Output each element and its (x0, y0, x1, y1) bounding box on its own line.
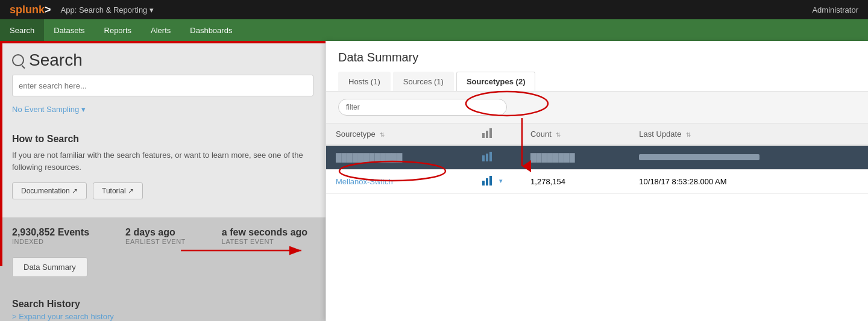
splunk-logo: splunk> (10, 4, 51, 16)
latest-value: a few seconds ago (222, 227, 307, 238)
dark-last-update (629, 145, 868, 170)
event-sampling-dropdown[interactable]: No Event Sampling ▾ (12, 105, 86, 114)
data-summary-button[interactable]: Data Summary (12, 257, 87, 277)
table-header: Sourcetype ⇅ Count ⇅ Last Update ⇅ (326, 123, 868, 145)
nav-item-datasets[interactable]: Datasets (44, 19, 94, 41)
data-summary-panel: Data Summary Hosts (1) Sources (1) Sourc… (326, 41, 868, 321)
earliest-label: EARLIEST EVENT (125, 238, 186, 245)
col-sourcetype[interactable]: Sourcetype ⇅ (326, 123, 473, 145)
svg-rect-5 (489, 128, 492, 138)
mellanox-sourcetype[interactable]: Mellanox-Switch (326, 170, 473, 194)
mellanox-bar[interactable]: ▾ (473, 170, 521, 194)
search-title-row: Search (0, 41, 326, 75)
tab-hosts[interactable]: Hosts (1) (338, 72, 391, 91)
tab-sourcetypes[interactable]: Sourcetypes (2) (456, 72, 536, 91)
nav-item-search[interactable]: Search (0, 19, 44, 41)
filter-input[interactable] (338, 99, 507, 116)
nav-item-dashboards[interactable]: Dashboards (180, 19, 242, 41)
how-to-search-section: How to Search If you are not familiar wi… (0, 119, 326, 209)
event-sampling-row[interactable]: No Event Sampling ▾ (0, 101, 326, 119)
tab-sources[interactable]: Sources (1) (393, 72, 454, 91)
bottom-stats-area: 2,930,852 Events INDEXED 2 days ago EARL… (0, 217, 326, 321)
mellanox-switch-link[interactable]: Mellanox-Switch (336, 177, 393, 186)
nav-item-alerts[interactable]: Alerts (141, 19, 180, 41)
nav-bar: Search Datasets Reports Alerts Dashboard… (0, 19, 868, 41)
how-to-text: If you are not familiar with the search … (12, 149, 313, 173)
svg-rect-10 (486, 178, 488, 185)
table-row-mellanox: Mellanox-Switch ▾ 1,278,154 10/18/17 8:5… (326, 170, 868, 194)
red-border-top (0, 41, 326, 43)
svg-rect-6 (482, 155, 485, 161)
search-title: Search (29, 51, 83, 70)
col-bar-chart (473, 123, 521, 145)
svg-rect-11 (489, 176, 492, 185)
top-bar: splunk> App: Search & Reporting ▾ Admini… (0, 0, 868, 19)
admin-label: Administrator (812, 5, 858, 14)
red-border-corner (0, 264, 2, 266)
how-to-title: How to Search (12, 134, 313, 145)
svg-rect-9 (482, 181, 485, 185)
filter-row (326, 92, 868, 123)
col-count[interactable]: Count ⇅ (521, 123, 629, 145)
latest-label: LATEST EVENT (222, 238, 307, 245)
data-summary-button-row: Data Summary (0, 257, 326, 287)
svg-rect-4 (486, 131, 488, 138)
stats-row: 2,930,852 Events INDEXED 2 days ago EARL… (0, 217, 326, 250)
svg-rect-7 (486, 154, 488, 161)
documentation-button[interactable]: Documentation ↗ (12, 182, 87, 199)
table-body: ████████████ ████████ Mellanox-Switch (326, 145, 868, 194)
stat-latest: a few seconds ago LATEST EVENT (222, 227, 307, 245)
panel-tabs: Hosts (1) Sources (1) Sourcetypes (2) (338, 72, 856, 91)
expand-history-link[interactable]: > Expand your search history (12, 312, 313, 321)
how-to-buttons: Documentation ↗ Tutorial ↗ (12, 182, 313, 199)
table-row-dark: ████████████ ████████ (326, 145, 868, 170)
dark-bar (473, 145, 521, 170)
dark-sourcetype: ████████████ (326, 145, 473, 170)
stat-events: 2,930,852 Events INDEXED (12, 227, 89, 245)
red-border-left (0, 41, 2, 264)
svg-rect-3 (482, 133, 485, 138)
events-label: INDEXED (12, 238, 89, 245)
svg-rect-8 (489, 152, 492, 161)
search-history-section: Search History > Expand your search hist… (0, 287, 326, 321)
events-value: 2,930,852 Events (12, 227, 89, 238)
left-panel: Search No Event Sampling ▾ How to Search… (0, 41, 326, 321)
search-input-row[interactable] (0, 75, 326, 101)
top-bar-left: splunk> App: Search & Reporting ▾ (10, 4, 154, 16)
nav-item-reports[interactable]: Reports (95, 19, 142, 41)
col-last-update[interactable]: Last Update ⇅ (629, 123, 868, 145)
search-input[interactable] (12, 75, 313, 96)
data-table: Sourcetype ⇅ Count ⇅ Last Update ⇅ █████… (326, 123, 868, 194)
search-history-title: Search History (12, 299, 313, 310)
panel-header: Data Summary Hosts (1) Sources (1) Sourc… (326, 41, 868, 92)
dark-count: ████████ (521, 145, 629, 170)
tutorial-button[interactable]: Tutorial ↗ (93, 182, 143, 199)
app-name-label: App: Search & Reporting ▾ (61, 5, 154, 14)
mellanox-last-update: 10/18/17 8:53:28.000 AM (629, 170, 868, 194)
search-icon (12, 54, 24, 66)
stat-earliest: 2 days ago EARLIEST EVENT (125, 227, 186, 245)
main-layout: Search No Event Sampling ▾ How to Search… (0, 41, 868, 321)
mellanox-count: 1,278,154 (521, 170, 629, 194)
panel-title: Data Summary (338, 51, 856, 64)
earliest-value: 2 days ago (125, 227, 186, 238)
